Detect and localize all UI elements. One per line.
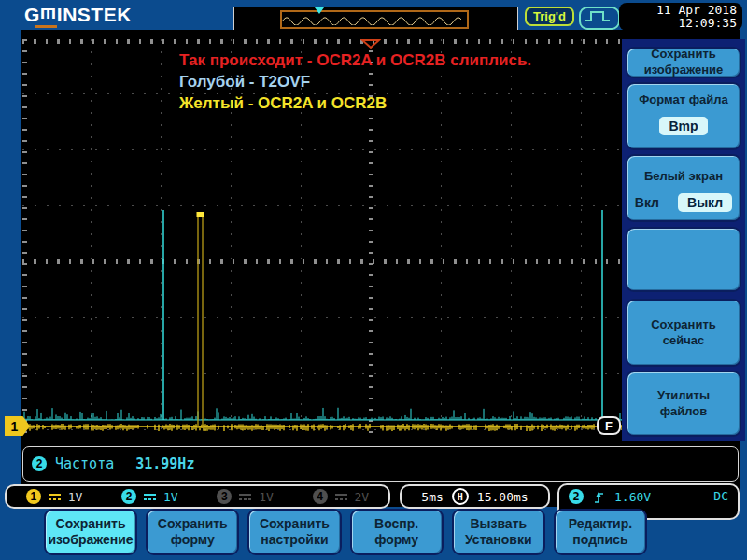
preview-trigger-marker-icon — [315, 7, 324, 14]
measurement-readout: 2 Частота 31.99Hz — [22, 446, 739, 482]
file-format-value[interactable]: Bmp — [659, 117, 707, 135]
trace — [198, 216, 203, 428]
timebase-delay: 15.00ms — [477, 490, 529, 504]
pulse-mode-icon — [579, 7, 620, 30]
annotation-line-1: Так происходит - OCR2A и OCR2B слиплись. — [179, 51, 531, 70]
side-menu-panel: Сохранить изображение Формат файла Bmp Б… — [622, 39, 745, 441]
menu-play-waveform-button[interactable]: Воспр.форму — [350, 509, 444, 555]
channel-1-status: 1 1V — [7, 489, 102, 504]
channel-2-status: 2 1V — [102, 489, 197, 504]
preview-zoom-window — [280, 10, 469, 29]
logo-text: INSTEK — [57, 4, 132, 25]
save-now-button[interactable]: Сохранить сейчас — [626, 299, 741, 367]
ink-saver-off-option[interactable]: Выкл — [678, 193, 732, 212]
dc-coupling-icon — [238, 492, 252, 501]
trace — [22, 424, 623, 431]
horizontal-icon: H — [452, 488, 469, 505]
channel-1-scale: 1V — [68, 490, 83, 504]
channel-3-badge: 3 — [217, 489, 232, 504]
dc-coupling-icon — [143, 492, 157, 501]
timebase-status-box: 5ms H 15.00ms — [400, 484, 550, 509]
graticule: Так происходит - OCR2A и OCR2B слиплись.… — [22, 39, 623, 439]
trigger-level: 1.60V — [614, 490, 651, 504]
acquisition-preview-bar — [233, 7, 518, 32]
trigger-position-arrow-icon — [360, 39, 381, 49]
f-indicator: F — [597, 416, 621, 435]
file-utilities-button[interactable]: Утилиты файлов — [626, 371, 741, 437]
measurement-value: 31.99Hz — [135, 455, 194, 472]
menu-save-waveform-button[interactable]: Сохранитьформу — [146, 509, 239, 555]
channel-3-scale: 1V — [259, 490, 274, 504]
time-text: 12:09:35 — [625, 17, 737, 30]
channel-4-status: 4 2V — [293, 489, 388, 504]
trigger-status-badge: Trig'd — [525, 7, 574, 26]
trigger-coupling: DC — [713, 489, 728, 503]
channel-4-badge: 4 — [313, 489, 328, 504]
rising-edge-icon — [593, 490, 605, 505]
brand-logo: GшINSTEK — [24, 4, 132, 26]
channels-status-box: 1 1V 2 1V 3 1V 4 2V — [5, 484, 390, 509]
dc-coupling-icon — [334, 492, 348, 501]
empty-menu-button[interactable] — [626, 227, 741, 292]
trigger-source-badge: 2 — [569, 489, 584, 504]
preview-sine-wave — [282, 14, 463, 25]
datetime-display: 11 Apr 2018 12:09:35 — [619, 3, 742, 31]
channel2-badge: 2 — [32, 456, 47, 471]
bottom-menu: Сохранитьизображение Сохранитьформу Сохр… — [44, 509, 647, 555]
annotation-line-2: Голубой - T2OVF — [179, 73, 310, 91]
channel-2-badge: 2 — [121, 489, 136, 504]
menu-save-settings-button[interactable]: Сохранитьнастройки — [247, 509, 341, 555]
pulse-cap — [197, 212, 204, 217]
measurement-label: Частота — [55, 455, 114, 472]
channel-2-scale: 1V — [163, 490, 178, 504]
menu-recall-setup-button[interactable]: ВызватьУстановки — [452, 509, 545, 555]
dc-coupling-icon — [48, 492, 62, 501]
ink-saver-on-option[interactable]: Вкл — [635, 194, 659, 211]
menu-save-image-button[interactable]: Сохранитьизображение — [44, 509, 137, 555]
ink-saver-button[interactable]: Белый экран Вкл Выкл — [626, 154, 741, 222]
logo-w-glyph: ш — [40, 4, 57, 26]
date-text: 11 Apr 2018 — [625, 4, 737, 17]
trace — [22, 408, 623, 420]
channel-4-scale: 2V — [355, 490, 370, 504]
logo-underline — [35, 25, 57, 28]
channel-1-badge: 1 — [26, 489, 41, 504]
annotation-line-3: Желтый - OCR2A и OCR2B — [179, 94, 387, 113]
file-format-button[interactable]: Формат файла Bmp — [626, 82, 741, 150]
oscilloscope-screen: GшINSTEK Trig'd 11 Apr 2018 12:09:35 Так… — [0, 0, 747, 560]
menu-edit-label-button[interactable]: Редактир.подпись — [554, 509, 647, 555]
timebase-scale: 5ms — [421, 490, 443, 504]
logo-text: G — [24, 4, 40, 25]
side-menu-title: Сохранить изображение — [626, 47, 741, 78]
channel-3-status: 3 1V — [198, 489, 293, 504]
